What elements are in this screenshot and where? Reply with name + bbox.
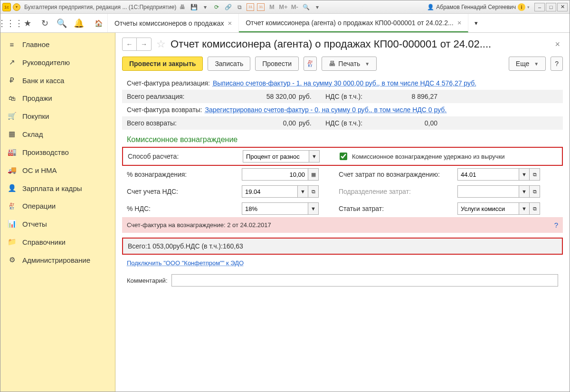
sidebar-item-main[interactable]: ≡Главное [0, 36, 115, 53]
link-icon[interactable]: 🔗 [224, 3, 232, 11]
nav-forward-button[interactable]: → [137, 38, 151, 50]
info-chevron-icon[interactable]: ▾ [527, 5, 530, 10]
refresh-icon[interactable]: ⟳ [212, 3, 221, 11]
sidebar-item-warehouse[interactable]: ▦Склад [0, 125, 115, 143]
calc-button[interactable]: ▦ [308, 168, 319, 181]
sidebar-item-operations[interactable]: ДтКтОперации [0, 197, 115, 215]
sidebar-item-label: Продажи [22, 94, 52, 102]
tab-reports-list[interactable]: Отчеты комиссионеров о продажах × [108, 14, 239, 32]
cost-item-input[interactable] [457, 202, 519, 215]
pct-input[interactable] [242, 168, 308, 181]
dropdown-button[interactable]: ▼ [298, 185, 308, 198]
sidebar-item-assets[interactable]: 🚚ОС и НМА [0, 161, 115, 179]
maximize-button[interactable]: □ [546, 3, 556, 11]
post-button[interactable]: Провести [255, 57, 299, 71]
comment-input[interactable] [171, 274, 559, 287]
compare-icon[interactable]: ⧉ [235, 3, 244, 11]
total-return-value: 0,00 [239, 119, 296, 127]
more-button[interactable]: Еще▼ [509, 57, 546, 71]
total-return-vat: 0,00 [380, 119, 437, 127]
help-button[interactable]: ? [551, 57, 563, 71]
dropdown-button[interactable]: ▼ [519, 202, 530, 215]
close-window-button[interactable]: ✕ [557, 3, 568, 11]
dropdown-button[interactable]: ▼ [309, 150, 320, 163]
tab-overflow-icon[interactable]: ▾ [468, 14, 484, 32]
current-user[interactable]: 👤 Абрамов Геннадий Сергеевич [427, 4, 516, 10]
m-icon[interactable]: M [267, 3, 276, 11]
vat-pct-input[interactable] [242, 202, 308, 215]
sidebar-item-sales[interactable]: 🛍Продажи [0, 89, 115, 107]
help-icon[interactable]: ? [554, 221, 558, 229]
invoice-return-link[interactable]: Зарегистрировано счетов-фактур - 0, на с… [205, 106, 447, 114]
cost-acc-label: Счет затрат по вознаграждению: [339, 171, 453, 178]
user-name-label: Абрамов Геннадий Сергеевич [436, 4, 516, 10]
bag-icon: 🛍 [7, 94, 17, 102]
commission-invoice-link[interactable]: 2 от 24.02.2017 [227, 221, 271, 229]
close-tab-icon[interactable]: × [228, 19, 232, 27]
sidebar-item-catalogs[interactable]: 📁Справочники [0, 233, 115, 251]
favorite-icon[interactable]: ☆ [156, 38, 166, 50]
calc-method-input[interactable] [243, 150, 309, 163]
toolbar: Провести и закрыть Записать Провести ДтК… [115, 55, 570, 76]
sidebar-item-production[interactable]: 🏭Производство [0, 143, 115, 161]
gear-icon: ⚙ [7, 256, 17, 264]
titlebar: 1c ▾ Бухгалтерия предприятия, редакция .… [0, 0, 570, 14]
dropdown-button[interactable]: ▼ [519, 168, 530, 181]
calendar1-icon[interactable]: 31 [247, 3, 254, 11]
history-icon[interactable]: ↻ [38, 17, 51, 29]
apps-icon[interactable]: ⋮⋮⋮ [4, 17, 17, 29]
open-button[interactable]: ⧉ [308, 185, 319, 198]
sidebar-item-purchases[interactable]: 🛒Покупки [0, 107, 115, 125]
withheld-checkbox[interactable] [340, 153, 347, 160]
ruble-icon: ₽ [7, 76, 17, 85]
open-button[interactable]: ⧉ [530, 185, 540, 198]
page-title: Отчет комиссионера (агента) о продажах К… [171, 38, 547, 50]
minimize-button[interactable]: – [534, 3, 545, 11]
edo-link[interactable]: Подключить "ООО "Конфетпром"" к ЭДО [122, 255, 248, 271]
sidebar-item-admin[interactable]: ⚙Администрирование [0, 251, 115, 269]
open-button[interactable]: ⧉ [530, 202, 540, 215]
tab-report-document[interactable]: Отчет комиссионера (агента) о продажах К… [239, 14, 468, 32]
dropdown-button[interactable]: ▼ [308, 202, 319, 215]
print-button[interactable]: 🖶Печать▼ [322, 57, 377, 71]
close-page-button[interactable]: × [552, 39, 563, 49]
sidebar-item-bank[interactable]: ₽Банк и касса [0, 71, 115, 89]
close-tab-icon[interactable]: × [457, 19, 462, 27]
sidebar-item-hr[interactable]: 👤Зарплата и кадры [0, 179, 115, 197]
calendar2-icon[interactable]: 31 [257, 3, 265, 11]
vat-pct-row: % НДС: ▼ Статьи затрат: ▼ ⧉ [122, 200, 563, 217]
commission-section-title: Комиссионное вознаграждение [122, 130, 563, 147]
save-icon[interactable]: 💾 [190, 3, 198, 11]
m-plus-icon[interactable]: M+ [279, 3, 287, 11]
vat-pct-label: % НДС: [127, 205, 236, 212]
cost-acc-input[interactable] [457, 168, 519, 181]
write-button[interactable]: Записать [208, 57, 250, 71]
post-and-close-button[interactable]: Провести и закрыть [122, 57, 203, 71]
print-icon[interactable]: 🖶 [178, 3, 187, 11]
grid-icon[interactable]: ▾ [313, 3, 322, 11]
invoice-sale-link[interactable]: Выписано счетов-фактур - 1, на сумму 30 … [213, 79, 476, 87]
dropdown-button[interactable]: ▼ [519, 185, 530, 198]
zoom-icon[interactable]: 🔍 [302, 3, 310, 11]
sidebar-item-reports[interactable]: 📊Отчеты [0, 215, 115, 233]
sidebar-item-manager[interactable]: ↗Руководителю [0, 53, 115, 71]
dtkt-button[interactable]: ДтКт [304, 57, 317, 71]
open-button[interactable]: ⧉ [530, 168, 540, 181]
tab-home[interactable]: 🏠 [90, 14, 108, 32]
star-icon[interactable]: ★ [21, 17, 34, 29]
sidebar-item-label: Покупки [22, 112, 49, 120]
pct-label: % вознаграждения: [127, 171, 236, 178]
invoice-return-row: Счет-фактура возвраты: Зарегистрировано … [122, 103, 563, 116]
app-menu-icon[interactable]: ▾ [13, 3, 20, 11]
info-icon[interactable]: i [518, 3, 525, 11]
comment-row: Комментарий: [122, 271, 563, 293]
nav-back-button[interactable]: ← [123, 38, 137, 50]
cost-item-label: Статьи затрат: [339, 205, 453, 212]
vat-acc-input[interactable] [242, 185, 298, 198]
tool-icon[interactable]: ▾ [201, 3, 209, 11]
bell-icon[interactable]: 🔔 [73, 17, 85, 29]
search-icon[interactable]: 🔍 [56, 17, 68, 29]
m-minus-icon[interactable]: M- [290, 3, 299, 11]
sidebar-item-label: Зарплата и кадры [22, 184, 82, 192]
dept-input[interactable] [457, 185, 519, 198]
